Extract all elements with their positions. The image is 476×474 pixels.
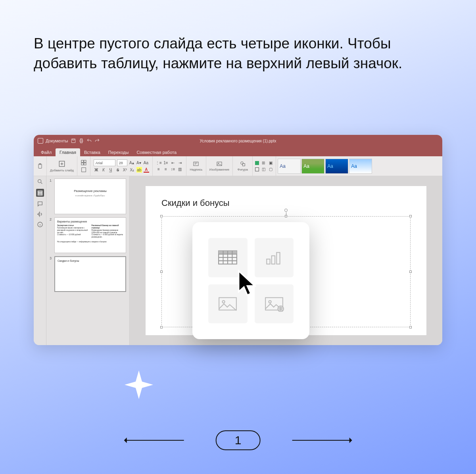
- title-bar: Документы Условия рекламного размещения …: [34, 135, 442, 147]
- bold-button[interactable]: Ж: [94, 167, 99, 173]
- align-center-icon[interactable]: ≡: [163, 167, 169, 172]
- thumb2-footer: На следующем слайде — информация о скидк…: [57, 241, 123, 243]
- fill-color-icon[interactable]: [255, 161, 259, 165]
- thumbnail-2[interactable]: 2 Варианты размещения Экспертная статья …: [50, 217, 126, 253]
- insert-content-popup: [192, 222, 309, 339]
- theme-option-2[interactable]: Aa: [301, 159, 324, 174]
- shape-label: Фигура: [238, 168, 248, 171]
- thumbnail-1[interactable]: 1 Размещение рекламы в онлайн-журнале «Т…: [50, 178, 126, 214]
- textbox-icon[interactable]: [193, 161, 199, 167]
- svg-rect-13: [194, 162, 198, 165]
- ribbon-shape: Фигура: [233, 156, 253, 176]
- svg-rect-3: [80, 139, 82, 140]
- save-icon[interactable]: [71, 138, 76, 144]
- thumbnail-3[interactable]: 3 Скидки и бонусы: [50, 256, 126, 292]
- layout-icon[interactable]: [81, 159, 87, 166]
- svg-rect-32: [272, 256, 275, 264]
- thumb2-title: Варианты размещения: [57, 220, 123, 223]
- add-slide-label[interactable]: Добавить слайд: [50, 169, 74, 172]
- menu-home[interactable]: Главная: [56, 148, 80, 156]
- superscript-icon[interactable]: X²: [122, 167, 128, 173]
- add-slide-icon[interactable]: [58, 160, 66, 168]
- image-label: Изображение: [209, 168, 229, 171]
- svg-rect-31: [267, 259, 270, 264]
- theme-option-4[interactable]: Aa: [349, 159, 372, 174]
- theme-option-3[interactable]: Aa: [325, 159, 348, 174]
- font-name-select[interactable]: Arial: [94, 159, 115, 166]
- comments-icon[interactable]: [37, 201, 43, 207]
- sparkle-icon: [123, 369, 155, 401]
- align-objects-icon[interactable]: ⊞: [261, 160, 266, 166]
- resize-handle[interactable]: [160, 271, 163, 273]
- subscript-icon[interactable]: X₂: [129, 167, 135, 173]
- indent-dec-icon[interactable]: ⇤: [170, 160, 176, 166]
- thumbnail-number: 1: [50, 178, 53, 214]
- resize-handle[interactable]: [160, 326, 163, 328]
- send-back-icon[interactable]: ▢: [268, 167, 273, 172]
- highlight-icon[interactable]: ab: [136, 167, 142, 173]
- font-shrink-icon[interactable]: A▾: [136, 160, 142, 166]
- menu-collab[interactable]: Совместная работа: [132, 148, 180, 156]
- search-icon[interactable]: [37, 178, 43, 185]
- feedback-icon[interactable]: [37, 211, 43, 217]
- align-left-icon[interactable]: ≡: [156, 167, 161, 172]
- bullets-icon[interactable]: ⋮≡: [156, 160, 161, 166]
- info-icon[interactable]: [37, 221, 43, 228]
- svg-point-35: [223, 300, 225, 303]
- group-icon[interactable]: ◫: [261, 167, 266, 172]
- outline-color-icon[interactable]: [255, 167, 259, 171]
- thumb2-col2-price: Стоимость — 6 000 рублей за неделю разме…: [92, 234, 123, 238]
- insert-image-button[interactable]: [208, 284, 248, 324]
- svg-rect-12: [82, 167, 86, 172]
- rotate-handle[interactable]: [284, 209, 288, 212]
- font-grow-icon[interactable]: A▴: [129, 160, 134, 166]
- insert-image-web-button[interactable]: [255, 284, 294, 324]
- insert-table-button[interactable]: [208, 238, 248, 277]
- thumbnail-number: 2: [50, 217, 53, 253]
- image-icon[interactable]: [216, 161, 223, 167]
- step-number: 1: [216, 430, 261, 450]
- thumb1-title: Размещение рекламы: [57, 189, 123, 193]
- resize-handle[interactable]: [160, 215, 163, 217]
- print-icon[interactable]: [79, 138, 84, 144]
- resize-handle[interactable]: [409, 215, 412, 217]
- resize-handle[interactable]: [285, 215, 287, 217]
- bring-front-icon[interactable]: ▣: [268, 160, 273, 166]
- indent-inc-icon[interactable]: ⇥: [177, 160, 183, 166]
- resize-handle[interactable]: [409, 271, 412, 273]
- svg-rect-10: [81, 163, 83, 165]
- menu-file[interactable]: Файл: [37, 148, 56, 156]
- ribbon: Добавить слайд Arial 28 A▴ A▾ Aa Ж К Ч Ꞩ…: [34, 156, 442, 176]
- thumb2-col1-body: Публикация вашего материала с рекламой в…: [57, 227, 88, 234]
- underline-button[interactable]: Ч: [108, 167, 113, 173]
- slides-panel-icon[interactable]: [36, 189, 44, 197]
- undo-icon[interactable]: [86, 138, 92, 144]
- menu-transitions[interactable]: Переходы: [104, 148, 133, 156]
- insert-chart-button[interactable]: [255, 238, 294, 277]
- ribbon-image: Изображение: [206, 156, 233, 176]
- menu-insert[interactable]: Вставка: [80, 148, 104, 156]
- next-step-arrow[interactable]: [292, 440, 351, 441]
- svg-rect-9: [84, 160, 86, 162]
- columns-icon[interactable]: ▥: [177, 167, 183, 172]
- theme-option-1[interactable]: Aa: [278, 159, 301, 174]
- paste-icon[interactable]: [37, 163, 43, 169]
- italic-button[interactable]: К: [101, 167, 106, 173]
- thumb2-col1-price: Стоимость — 10 000 рублей: [57, 234, 81, 236]
- font-case-icon[interactable]: Aa: [143, 160, 149, 166]
- instruction-text: В центре пустого слайда есть четыре икон…: [34, 34, 442, 73]
- numbering-icon[interactable]: 1≡: [163, 160, 169, 166]
- slide-title[interactable]: Скидки и бонусы: [161, 198, 411, 208]
- prev-step-arrow[interactable]: [125, 440, 184, 441]
- resize-handle[interactable]: [409, 326, 412, 328]
- font-color-icon[interactable]: A: [144, 167, 149, 173]
- redo-icon[interactable]: [94, 138, 100, 144]
- reset-icon[interactable]: [81, 167, 87, 173]
- ribbon-add-slide: Добавить слайд: [47, 156, 77, 176]
- font-size-select[interactable]: 28: [117, 159, 127, 166]
- svg-rect-1: [72, 139, 74, 140]
- strike-button[interactable]: Ꞩ: [115, 167, 121, 173]
- menu-bar: Файл Главная Вставка Переходы Совместная…: [34, 147, 442, 156]
- line-spacing-icon[interactable]: ↕≡: [170, 167, 176, 172]
- shape-icon[interactable]: [240, 161, 246, 167]
